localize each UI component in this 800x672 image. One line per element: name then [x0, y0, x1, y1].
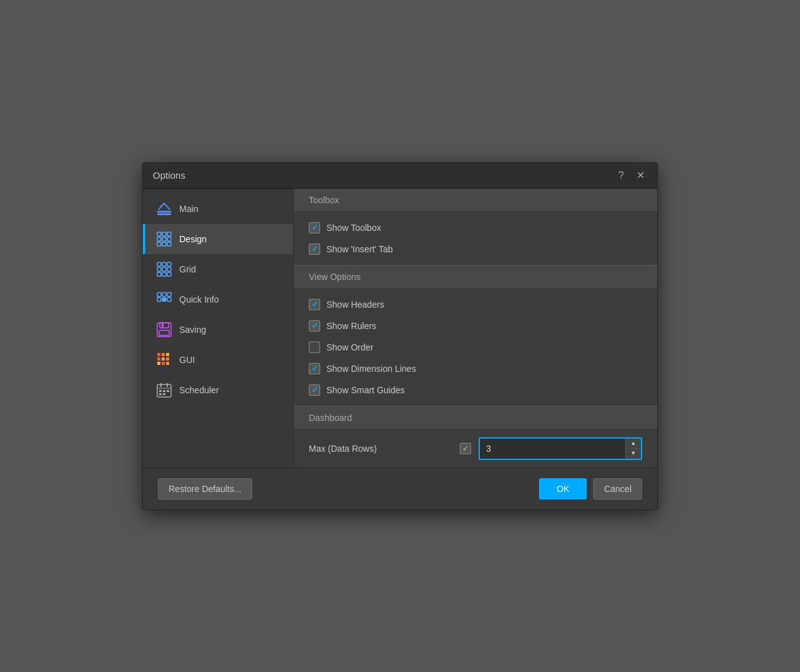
main-content: Toolbox Show Toolbox Show 'Insert' Tab V… [294, 189, 657, 468]
toolbox-section-header: Toolbox [294, 189, 657, 212]
show-order-checkbox[interactable] [309, 342, 320, 353]
show-insert-tab-row: Show 'Insert' Tab [309, 238, 642, 260]
svg-rect-24 [157, 298, 161, 301]
sidebar-item-quickinfo[interactable]: Quick Info [143, 284, 293, 315]
show-toolbox-checkbox[interactable] [309, 222, 320, 233]
view-options-section-body: Show Headers Show Rulers Show Order Show… [294, 289, 657, 406]
show-dimension-lines-row: Show Dimension Lines [309, 358, 642, 379]
sidebar-item-grid[interactable]: Grid [143, 254, 293, 284]
sidebar-item-main-label: Main [179, 204, 198, 214]
svg-rect-32 [162, 353, 165, 356]
svg-rect-36 [166, 357, 169, 361]
svg-rect-39 [166, 362, 169, 365]
svg-rect-29 [162, 323, 164, 327]
show-order-label: Show Order [326, 342, 374, 352]
footer-right-buttons: OK Cancel [539, 478, 642, 500]
spinner-buttons: ▲ ▼ [625, 439, 641, 459]
show-smart-guides-label: Show Smart Guides [326, 385, 405, 395]
svg-rect-30 [159, 330, 169, 335]
restore-defaults-button[interactable]: Restore Defaults... [158, 478, 252, 500]
svg-rect-37 [157, 362, 160, 365]
quickinfo-icon [155, 291, 173, 308]
max-data-rows-checkbox[interactable] [460, 443, 471, 454]
title-bar-buttons: ? ✕ [616, 169, 647, 182]
close-button[interactable]: ✕ [634, 169, 647, 182]
dialog-footer: Restore Defaults... OK Cancel [143, 468, 657, 510]
show-smart-guides-row: Show Smart Guides [309, 379, 642, 401]
sidebar: Main Design [143, 189, 294, 468]
svg-rect-1 [157, 213, 171, 215]
svg-rect-11 [167, 242, 171, 246]
svg-rect-0 [157, 211, 171, 213]
toolbox-section-body: Show Toolbox Show 'Insert' Tab [294, 212, 657, 265]
show-insert-tab-label: Show 'Insert' Tab [326, 244, 392, 254]
svg-rect-33 [166, 353, 169, 356]
show-toolbox-label: Show Toolbox [326, 223, 381, 233]
gui-icon [155, 351, 173, 369]
svg-rect-18 [157, 272, 161, 276]
svg-rect-13 [162, 262, 166, 266]
show-insert-tab-checkbox[interactable] [309, 244, 320, 255]
sidebar-item-gui[interactable]: GUI [143, 345, 293, 375]
svg-rect-15 [157, 267, 161, 271]
ok-button[interactable]: OK [539, 478, 587, 500]
svg-rect-4 [162, 232, 166, 236]
svg-rect-17 [167, 267, 171, 271]
svg-rect-44 [159, 390, 162, 392]
dashboard-row: Max (Data Rows) 3 ▲ ▼ [294, 430, 657, 468]
svg-rect-46 [167, 390, 169, 392]
title-bar: Options ? ✕ [143, 163, 657, 189]
svg-rect-47 [159, 393, 162, 395]
svg-rect-5 [167, 232, 171, 236]
svg-rect-25 [162, 298, 166, 301]
svg-rect-12 [157, 262, 161, 266]
show-rulers-checkbox[interactable] [309, 320, 320, 332]
svg-rect-20 [167, 272, 171, 276]
svg-rect-31 [157, 353, 160, 356]
svg-rect-14 [167, 262, 171, 266]
sidebar-item-saving[interactable]: Saving [143, 315, 293, 345]
show-toolbox-row: Show Toolbox [309, 217, 642, 238]
svg-rect-26 [167, 298, 171, 301]
show-headers-label: Show Headers [326, 300, 384, 310]
max-data-rows-input[interactable]: 3 [480, 440, 625, 457]
dialog-title: Options [153, 170, 186, 181]
svg-rect-38 [162, 362, 165, 365]
show-dimension-lines-checkbox[interactable] [309, 363, 320, 374]
show-smart-guides-checkbox[interactable] [309, 384, 320, 396]
grid-icon [155, 260, 173, 278]
max-data-rows-spinner: 3 ▲ ▼ [479, 437, 642, 460]
help-button[interactable]: ? [616, 169, 626, 182]
sidebar-item-main[interactable]: Main [143, 194, 293, 224]
view-options-section-header: View Options [294, 265, 657, 289]
dashboard-section-header: Dashboard [294, 406, 657, 430]
sidebar-item-quickinfo-label: Quick Info [179, 294, 219, 305]
show-dimension-lines-label: Show Dimension Lines [326, 364, 416, 374]
options-dialog: Options ? ✕ Main [142, 162, 658, 510]
spinner-up-button[interactable]: ▲ [626, 439, 641, 449]
svg-rect-10 [162, 242, 166, 246]
svg-rect-45 [163, 390, 165, 392]
cancel-button[interactable]: Cancel [593, 478, 642, 500]
show-order-row: Show Order [309, 337, 642, 358]
svg-rect-16 [162, 267, 166, 271]
svg-rect-3 [157, 232, 161, 236]
svg-rect-9 [157, 242, 161, 246]
svg-rect-22 [162, 293, 166, 296]
design-icon [155, 230, 173, 248]
svg-rect-19 [162, 272, 166, 276]
dialog-body: Main Design [143, 189, 657, 468]
sidebar-item-grid-label: Grid [179, 264, 196, 274]
show-rulers-row: Show Rulers [309, 315, 642, 337]
sidebar-item-design-label: Design [179, 234, 207, 244]
show-headers-checkbox[interactable] [309, 299, 320, 310]
sidebar-item-design[interactable]: Design [143, 224, 293, 254]
svg-rect-23 [167, 293, 171, 296]
sidebar-item-scheduler-label: Scheduler [179, 385, 219, 395]
spinner-down-button[interactable]: ▼ [626, 449, 641, 459]
svg-rect-34 [157, 357, 160, 361]
sidebar-item-scheduler[interactable]: Scheduler [143, 375, 293, 405]
svg-rect-48 [163, 393, 165, 395]
show-rulers-label: Show Rulers [326, 321, 376, 331]
svg-rect-8 [167, 237, 171, 241]
